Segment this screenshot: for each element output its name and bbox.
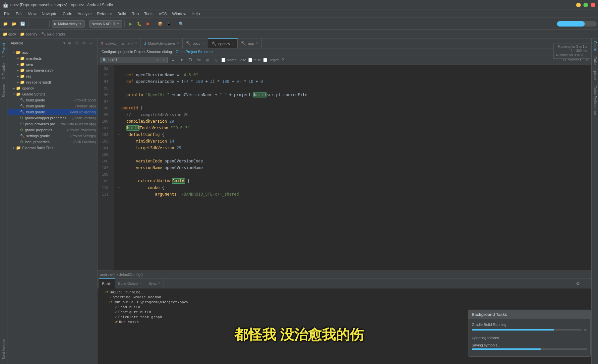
tree-item-java[interactable]: ▸ 📁 java (8, 61, 97, 67)
maximize-button[interactable]: □ (583, 3, 588, 7)
search-clear-btn[interactable]: ↵ (156, 58, 160, 62)
tab-mainactivity[interactable]: J MainActivity.java × (141, 38, 183, 48)
open-project-structure-link[interactable]: Open Project Structure (176, 50, 213, 54)
side-tab-favorites[interactable]: 2: Favorites (1, 60, 7, 81)
search-close-x[interactable]: × (162, 58, 165, 62)
tab-opencv[interactable]: 🔨 opencv × (208, 38, 238, 48)
tree-item-opencv[interactable]: ▸ 📁 opencv (8, 85, 97, 91)
search-case-btn[interactable]: Aa (196, 57, 202, 63)
bottom-tab-build[interactable]: Build: (99, 278, 115, 288)
search-find-word-btn[interactable]: Tt (187, 57, 194, 63)
sidebar-sort-btn[interactable]: ⇅ (73, 40, 80, 46)
search-input[interactable] (108, 58, 155, 62)
menu-item-build[interactable]: Build (115, 11, 129, 17)
bottom-panel-settings-btn[interactable]: ⚙ (574, 280, 581, 287)
open-button[interactable]: 📂 (10, 20, 18, 28)
tree-item-settings-gradle[interactable]: 🔨 settings.gradle (Project Settings) (8, 133, 97, 139)
regex-option[interactable]: Regex (263, 58, 279, 62)
tree-item-external[interactable]: ▸ 📁 External Build Files (8, 145, 97, 151)
menu-item-edit[interactable]: Edit (13, 11, 25, 17)
bottom-tab-sync[interactable]: Sync × (145, 278, 163, 288)
tree-item-proguard[interactable]: 🛡 proguard-rules.pro (ProGuard Rules for… (8, 121, 97, 127)
tree-item-local-props[interactable]: ⚙ local.properties (SDK Location) (8, 139, 97, 145)
tree-item-gradle-scripts[interactable]: ▾ 📁 Gradle Scripts (8, 91, 97, 97)
side-tab-project[interactable]: 1: Project (1, 41, 7, 59)
tab-app[interactable]: 🔨 app × (238, 38, 262, 48)
menu-item-tools[interactable]: Tools (142, 11, 156, 17)
sync-button[interactable]: 🔄 (19, 20, 27, 28)
tab-close-opcv[interactable]: × (203, 41, 205, 45)
right-tab-flutter-perf[interactable]: Flutter Performance (592, 83, 598, 117)
search-prev-btn[interactable]: ▲ (170, 57, 176, 63)
search-funnel-btn[interactable]: ▽ (213, 57, 219, 63)
tree-item-java-gen[interactable]: ▸ 📁 java (generated) (8, 67, 97, 73)
menu-item-run[interactable]: Run (129, 11, 142, 17)
sdk-manager-button[interactable]: 📦 (156, 20, 164, 28)
build-item-running[interactable]: ⟳ Build: running... (99, 290, 590, 295)
match-case-checkbox[interactable] (221, 58, 225, 62)
menu-item-file[interactable]: File (1, 11, 13, 17)
tree-item-build-app[interactable]: 🔨 build.gradle (Module: app) (8, 103, 97, 109)
main-config-dropdown[interactable]: ▶ MainActivity ▼ (52, 20, 85, 28)
redo-button[interactable]: → (39, 20, 47, 28)
menu-item-code[interactable]: Code (60, 11, 75, 17)
match-case-option[interactable]: Match Case (221, 58, 246, 62)
tab-close-activity[interactable]: × (135, 41, 137, 45)
tree-item-gradle-props[interactable]: ⚙ gradle.properties (Project Properties) (8, 127, 97, 133)
menu-item-view[interactable]: View (25, 11, 39, 17)
tree-item-res-gen[interactable]: ▸ 📁 res (generated) (8, 79, 97, 85)
tree-item-gradle-wrapper[interactable]: ⚙ gradle-wrapper.properties (Gradle Vers… (8, 115, 97, 121)
bottom-panel-minimize-btn[interactable]: — (583, 280, 590, 287)
words-checkbox[interactable] (248, 58, 252, 62)
search-everywhere-button[interactable]: 🔍 (177, 20, 185, 28)
build-item-gradle-daemon[interactable]: ✓ Starting Gradle Daemon (99, 295, 590, 300)
sidebar-settings-btn[interactable]: ⚙ (81, 40, 87, 46)
breadcrumb-opcv[interactable]: 📁opcv (3, 32, 16, 36)
device-dropdown[interactable]: Nexus 6 API R ▼ (89, 20, 122, 28)
tree-item-build-proj[interactable]: 🔨 build.gradle (Project: opcv) (8, 97, 97, 103)
tab-activity-xml[interactable]: X activity_main.xml × (97, 38, 141, 48)
menu-item-window[interactable]: Window (169, 11, 189, 17)
fold-109[interactable]: ▾ (117, 179, 121, 183)
avd-manager-button[interactable]: 📱 (165, 20, 173, 28)
sync-tab-close[interactable]: × (158, 281, 160, 285)
side-tab-build-variants[interactable]: Build Variants (1, 337, 7, 361)
stop-button[interactable]: ⏹ (144, 20, 152, 28)
tab-close-app[interactable]: × (256, 41, 258, 45)
search-filter-btn[interactable]: ⊞ (204, 57, 211, 63)
build-output-tab-close[interactable]: × (140, 281, 142, 285)
code-content[interactable]: def openCVersionName = "4.3.0" def openC… (114, 65, 591, 271)
right-tab-gradle[interactable]: Gradle (592, 38, 598, 54)
side-tab-structure[interactable]: Structure (1, 82, 7, 99)
menu-item-refactor[interactable]: Refactor (94, 11, 115, 17)
menu-item-analyze[interactable]: Analyze (75, 11, 94, 17)
bg-tasks-minimize-btn[interactable]: — (582, 312, 587, 317)
undo-button[interactable]: ← (31, 20, 39, 28)
build-item-run-build[interactable]: ⟳ Run build D:\program\asobject\opcv (99, 300, 590, 305)
sidebar-scope-btn[interactable]: ⊕ (66, 40, 73, 46)
tree-item-app[interactable]: ▾ 📂 app (8, 49, 97, 55)
tab-close-main[interactable]: × (177, 41, 179, 45)
fold-102[interactable]: ▾ (117, 132, 121, 137)
right-tab-flutter-inspector[interactable]: Flutter Inspector (592, 54, 598, 83)
bg-task-gradle-cancel[interactable]: ✕ (584, 328, 587, 333)
tab-opcv[interactable]: 🔨 opcv × (183, 38, 208, 48)
minimize-button[interactable]: – (576, 3, 581, 7)
regex-checkbox[interactable] (263, 58, 267, 62)
menu-item-vcs[interactable]: VCS (156, 11, 170, 17)
debug-button[interactable]: 🐛 (135, 20, 143, 28)
fold-110[interactable]: ▾ (117, 185, 121, 190)
breadcrumb-opencv[interactable]: 📁opencv (20, 32, 37, 36)
file-new-button[interactable]: 📁 (1, 20, 9, 28)
search-next-btn[interactable]: ▼ (178, 57, 185, 63)
fold-98[interactable]: ▾ (117, 106, 121, 110)
menu-item-help[interactable]: Help (189, 11, 203, 17)
build-item-load[interactable]: ✓ Load build (99, 305, 590, 310)
close-button[interactable]: × (591, 3, 595, 7)
tree-item-res[interactable]: ▸ 📁 res (8, 73, 97, 79)
sidebar-dropdown-arrow[interactable]: ▼ (63, 41, 66, 45)
breadcrumb-file[interactable]: 🔨build.gradle (41, 32, 66, 36)
menu-item-navigate[interactable]: Navigate (39, 11, 60, 17)
bottom-tab-build-output[interactable]: Build Output × (115, 278, 145, 288)
sidebar-close-btn[interactable]: — (88, 40, 94, 46)
